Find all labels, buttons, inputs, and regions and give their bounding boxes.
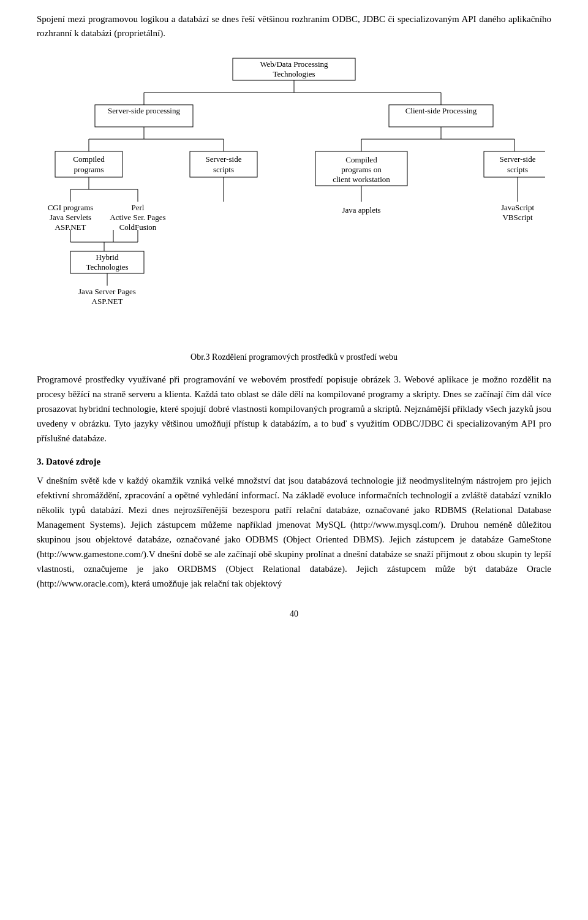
svg-text:client workstation: client workstation [333,175,390,184]
svg-text:Java Server Pages: Java Server Pages [78,287,136,296]
svg-text:scripts: scripts [213,165,234,174]
svg-text:Server-side processing: Server-side processing [108,106,180,115]
svg-text:programs on: programs on [341,165,382,174]
svg-text:Client-side Processing: Client-side Processing [405,106,477,115]
intro-paragraph: Spojení mezi programovou logikou a datab… [37,12,551,40]
diagram-container: Web/Data Processing Technologies Server-… [37,52,551,346]
body-paragraph-1: Programové prostředky využívané při prog… [37,372,551,446]
svg-text:JavaScript: JavaScript [501,203,535,212]
section-heading: 3. Datové zdroje [37,457,551,467]
svg-text:Perl: Perl [132,203,145,212]
svg-text:Server-side: Server-side [206,154,242,164]
svg-text:Compiled: Compiled [73,154,105,164]
body-paragraph-2: V dnešním světě kde v každý okamžik vzni… [37,473,551,591]
svg-text:ASP.NET: ASP.NET [92,297,123,306]
svg-text:Active Ser. Pages: Active Ser. Pages [110,213,165,222]
page-number: 40 [37,609,551,619]
diagram-caption: Obr.3 Rozdělení programových prostředků … [37,352,551,362]
svg-text:Server-side: Server-side [500,154,536,164]
svg-text:VBScript: VBScript [502,213,533,222]
svg-text:Compiled: Compiled [345,155,377,164]
svg-text:Technologies: Technologies [86,262,128,272]
svg-text:Technologies: Technologies [273,69,315,78]
svg-text:programs: programs [74,165,104,174]
svg-text:Hybrid: Hybrid [96,253,119,262]
svg-text:CGI programs: CGI programs [48,203,94,212]
svg-text:scripts: scripts [507,165,528,174]
svg-text:Web/Data Processing: Web/Data Processing [260,59,328,69]
svg-text:Java applets: Java applets [342,205,380,215]
svg-text:Java Servlets: Java Servlets [50,213,91,222]
